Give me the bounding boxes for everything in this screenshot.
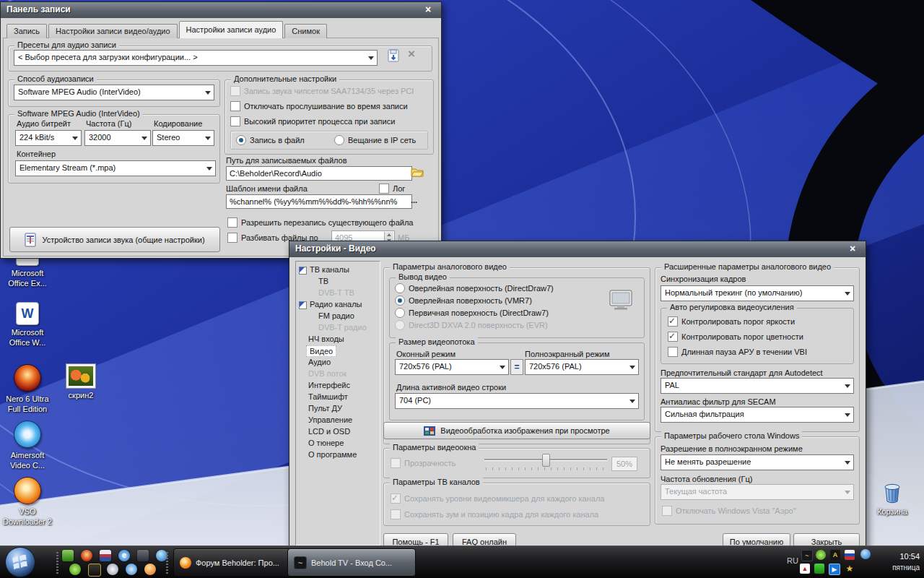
secam-filter-combo[interactable]: Сильная фильтрация <box>661 407 854 423</box>
checkbox-chroma-threshold[interactable]: Контролировать порог цветности <box>668 332 803 342</box>
video-processing-button[interactable]: Видеообработка изображения при просмотре <box>383 422 650 439</box>
tree-item-control[interactable]: Управление <box>308 415 352 424</box>
fullscreen-mode-combo[interactable]: 720x576 (PAL) <box>525 359 639 375</box>
media-player-icon[interactable] <box>62 550 74 561</box>
checkbox-box <box>668 316 678 327</box>
checkbox-agc-pause-vbi[interactable]: Длинная пауза АРУ в течении VBI <box>668 347 807 357</box>
window-mode-combo[interactable]: 720x576 (PAL) <box>395 359 509 375</box>
frequency-combo[interactable]: 32000 <box>84 130 151 146</box>
utorrent-tray-icon[interactable] <box>816 550 826 560</box>
save-preset-icon[interactable] <box>386 48 401 66</box>
tree-expand-icon[interactable] <box>299 267 307 275</box>
audio-device-icon <box>25 233 36 247</box>
snowflake-icon[interactable] <box>126 564 137 575</box>
magic-wand-tray-icon[interactable]: ★ <box>845 564 855 574</box>
checkbox-box <box>668 332 678 342</box>
language-indicator[interactable]: RU <box>787 556 798 565</box>
tree-item-tv[interactable]: ТВ <box>318 277 328 285</box>
close-icon[interactable]: × <box>422 4 434 15</box>
quicklaunch-handle[interactable] <box>166 551 168 574</box>
nero-icon <box>14 364 41 392</box>
utorrent-quicklaunch-icon[interactable] <box>69 564 81 575</box>
network-status-tray-icon[interactable] <box>814 564 824 574</box>
group-label: Размер видеопотока <box>396 337 478 346</box>
tab-video-audio-settings[interactable]: Настройки записи видео/аудио <box>48 24 177 38</box>
tree-item-remote[interactable]: Пульт ДУ <box>308 404 342 413</box>
tree-item-fm-radio[interactable]: FM радио <box>318 311 354 320</box>
checkbox-brightness-threshold[interactable]: Контролировать порог яркости <box>668 316 795 327</box>
bitrate-combo[interactable]: 224 kBit/s <box>15 130 82 146</box>
tree-item-about-program[interactable]: О программе <box>308 450 357 459</box>
tree-expand-icon[interactable] <box>299 301 307 309</box>
download-manager-tray-icon[interactable]: ▲ <box>800 564 810 574</box>
taskbar-button-firefox-forum[interactable]: Форум Beholder: Про... <box>173 548 296 577</box>
tab-record[interactable]: Запись <box>6 24 47 38</box>
container-combo[interactable]: Elementary Stream (*.mpa) <box>15 160 216 176</box>
checkbox-mute-while-recording[interactable]: Отключать прослушивание во время записи <box>230 101 408 111</box>
template-more-button[interactable]: ... <box>411 196 417 204</box>
radio-circle <box>395 308 405 318</box>
screenshot-tool-icon[interactable] <box>88 564 101 577</box>
radio-broadcast-ip[interactable]: Вещание в IP сеть <box>334 135 416 145</box>
russian-flag-icon[interactable] <box>845 550 855 560</box>
internet-explorer-icon[interactable]: e <box>118 550 130 561</box>
tree-item-interface[interactable]: Интерфейс <box>308 381 350 389</box>
desktop-icon-skrin2[interactable]: скрин2 <box>55 364 107 400</box>
equals-button[interactable]: = <box>510 359 523 375</box>
recording-panel-titlebar[interactable]: Панель записи × <box>1 2 441 18</box>
tree-item-timeshift[interactable]: Таймшифт <box>308 392 348 401</box>
radio-overlay-directdraw7[interactable]: Оверлейная поверхность (DirectDraw7) <box>395 283 554 293</box>
tree-item-video[interactable]: Видео <box>306 345 336 357</box>
checkbox-high-priority[interactable]: Высокий приоритет процесса при записи <box>230 116 395 126</box>
quicklaunch-handle[interactable] <box>56 551 58 574</box>
desktop-icon-vso[interactable]: VSODownloader 2 <box>1 477 53 527</box>
player-tray-icon[interactable]: ▶ <box>829 564 840 575</box>
audio-method-combo[interactable]: Software MPEG Audio (InterVideo) <box>14 85 214 100</box>
tab-snapshot[interactable]: Снимок <box>284 24 327 38</box>
clock-tool-icon[interactable] <box>107 564 118 575</box>
audio-device-button[interactable]: Устройство записи звука (общие настройки… <box>9 227 220 252</box>
video-settings-window: Настройки - Видео × ТВ каналы ТВ DVB-T Т… <box>289 241 866 551</box>
desktop-icon-nero[interactable]: Nero 6 UltraFull Edition <box>1 364 53 414</box>
radio-primary-directdraw7[interactable]: Первичная поверхность (DirectDraw7) <box>395 308 549 318</box>
video-settings-titlebar[interactable]: Настройки - Видео × <box>289 241 866 257</box>
desktop-icon-aimersoft[interactable]: AimersoftVideo C... <box>1 420 53 470</box>
firefox-quicklaunch-icon[interactable] <box>144 564 156 575</box>
active-line-combo[interactable]: 704 (PC) <box>395 393 639 409</box>
fullscreen-resolution-combo[interactable]: Не менять разрешение <box>661 454 854 470</box>
checkbox-log[interactable]: Лог <box>379 184 405 194</box>
tree-item-about-tuner[interactable]: О тюнере <box>308 439 344 447</box>
radio-overlay-vmr7[interactable]: Оверлейная поверхность (VMR7) <box>395 296 532 306</box>
tab-audio-settings[interactable]: Настройки записи аудио <box>179 21 284 38</box>
radio-record-to-file[interactable]: Запись в файл <box>236 135 305 145</box>
tree-item-lf-inputs[interactable]: НЧ входы <box>308 335 344 343</box>
start-button[interactable] <box>4 546 36 578</box>
group-label: Software MPEG Audio (InterVideo) <box>14 109 143 118</box>
delete-preset-icon[interactable]: × <box>408 47 415 61</box>
frame-sync-combo[interactable]: Нормальный трекинг (по умолчанию) <box>661 285 854 301</box>
tree-item-dvbt-tv: DVB-T ТВ <box>318 288 354 297</box>
punto-switcher-icon[interactable]: A <box>830 550 840 560</box>
checkbox-overwrite[interactable]: Разрешить перезапись существующего файла <box>227 217 413 228</box>
record-path-input[interactable]: C:\Beholder\Record\Audio <box>226 166 412 181</box>
messenger-tray-icon[interactable] <box>860 549 871 559</box>
desktop-icon-word[interactable]: MicrosoftOffice W... <box>1 302 53 348</box>
folder-browse-icon[interactable] <box>411 167 424 181</box>
tree-item-radio-channels[interactable]: Радио каналы <box>310 300 362 309</box>
preferred-standard-combo[interactable]: PAL <box>661 378 854 394</box>
filename-template-input[interactable]: %channel% (%yy%%mm%%dd%-%hh%%nn% <box>226 194 412 209</box>
group-label: Параметры рабочего стола Windows <box>661 431 802 440</box>
nero-quicklaunch-icon[interactable] <box>81 550 92 561</box>
floppy-icon[interactable] <box>100 550 111 561</box>
tree-item-tv-channels[interactable]: ТВ каналы <box>310 265 349 274</box>
preset-combo[interactable]: < Выбор пресета для загрузки конфигураци… <box>14 50 378 66</box>
tree-item-audio[interactable]: Аудио <box>308 358 331 366</box>
encoding-combo[interactable]: Stereo <box>152 130 214 146</box>
clock-time[interactable]: 10:54 <box>886 552 920 561</box>
behold-tray-icon[interactable]: ~ <box>801 550 813 561</box>
display-icon[interactable] <box>137 550 149 561</box>
taskbar-button-behold-tv[interactable]: Behold TV - Вход Co... <box>287 548 416 577</box>
desktop-icon-recycle-bin[interactable]: Корзина <box>866 480 918 517</box>
tree-item-lcd-osd[interactable]: LCD и OSD <box>308 427 350 436</box>
close-icon[interactable]: × <box>847 243 858 254</box>
